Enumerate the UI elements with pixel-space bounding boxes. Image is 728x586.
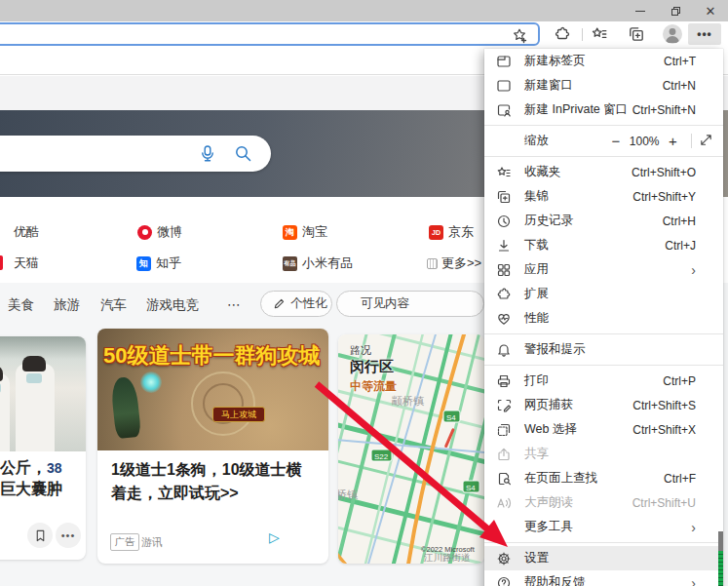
performance-icon <box>496 311 512 327</box>
quick-link-tmall[interactable]: 天猫 <box>14 254 39 272</box>
svg-text:S4: S4 <box>466 484 476 492</box>
medical-staff-photo <box>0 336 86 451</box>
news-card-medical[interactable]: 公斤，38 巨大囊肿 ••• <box>0 336 86 560</box>
quick-link-jd[interactable]: JD 京东 <box>429 223 474 241</box>
settings-and-more-button[interactable]: ••• <box>688 23 721 45</box>
collections-icon[interactable] <box>628 25 645 43</box>
menu-item-extensions[interactable]: 扩展 <box>484 282 723 306</box>
ellipsis-icon: ••• <box>61 529 76 541</box>
close-button[interactable]: ✕ <box>696 0 725 21</box>
menu-item-alerts-and-tips[interactable]: 警报和提示 <box>484 337 723 362</box>
personalize-label: 个性化 <box>290 295 327 312</box>
tab-gaming[interactable]: 游戏电竞 <box>146 296 199 314</box>
visible-content-button[interactable]: 可见内容 <box>336 291 484 317</box>
close-icon: ✕ <box>706 4 716 19</box>
search-icon[interactable] <box>234 144 252 163</box>
extensions-icon <box>496 287 512 302</box>
quick-link-label: 优酷 <box>14 223 39 241</box>
quick-link-youku[interactable]: 优酷 <box>14 223 39 241</box>
traffic-label: 路况 <box>350 343 371 358</box>
svg-text:江川路街道: 江川路街道 <box>423 552 471 563</box>
bell-icon <box>496 342 512 358</box>
quick-link-taobao[interactable]: 淘 淘宝 <box>283 223 327 241</box>
menu-item-performance[interactable]: 性能 <box>484 306 723 331</box>
submenu-chevron-icon: › <box>691 520 696 535</box>
menu-item-web-select[interactable]: Web 选择Ctrl+Shift+X <box>484 417 723 442</box>
ad-card-title: 1级道士1条狗，10级道士横着走，立即试玩>> <box>111 458 316 505</box>
menu-item-share: 共享 <box>484 442 723 466</box>
traffic-map-card[interactable]: 颛桥镇 桥镇 S4 S22 S4 ©2022 Microsoft 江川路街道 路… <box>338 334 484 564</box>
adchoices-icon[interactable]: ▷ <box>269 529 280 545</box>
tab-travel[interactable]: 旅游 <box>54 296 80 314</box>
bookmark-button[interactable] <box>27 523 53 548</box>
menu-item-new-inprivate-window[interactable]: 新建 InPrivate 窗口Ctrl+Shift+N <box>484 98 723 122</box>
apps-icon <box>496 262 512 278</box>
browser-toolbar: ••• <box>0 21 728 47</box>
search-box[interactable] <box>0 136 271 172</box>
restore-button[interactable] <box>661 0 690 21</box>
favorites-icon <box>496 165 512 180</box>
tab-food[interactable]: 美食 <box>8 296 34 314</box>
printer-icon <box>496 373 512 389</box>
personalize-button[interactable]: 个性化 <box>260 291 332 317</box>
new-tab-icon <box>496 54 512 69</box>
quick-link-weibo[interactable]: 微博 <box>137 223 182 241</box>
profile-avatar[interactable] <box>663 24 682 44</box>
menu-item-more-tools[interactable]: 更多工具› <box>484 515 723 539</box>
menu-item-zoom: 缩放 − 100% + <box>484 129 723 153</box>
ad-cta-badge[interactable]: 马上攻城 <box>212 407 265 422</box>
menu-item-print[interactable]: 打印Ctrl+P <box>484 369 723 393</box>
quick-link-label: 小米有品 <box>302 254 353 272</box>
quick-link-more[interactable]: 更多>> <box>427 254 481 272</box>
zoom-out-button[interactable]: − <box>606 133 625 149</box>
minimize-button[interactable] <box>626 0 655 21</box>
zoom-in-button[interactable]: + <box>664 133 682 149</box>
card-title: 公斤，38 巨大囊肿 <box>0 457 84 500</box>
svg-text:S4: S4 <box>446 413 456 422</box>
card-more-button[interactable]: ••• <box>56 523 81 548</box>
zhihu-icon: 知 <box>136 256 151 271</box>
extensions-icon[interactable] <box>554 25 571 43</box>
settings-and-more-menu: 新建标签页Ctrl+T 新建窗口Ctrl+N 新建 InPrivate 窗口Ct… <box>484 49 723 586</box>
menu-item-web-capture[interactable]: 网页捕获Ctrl+Shift+S <box>484 393 723 417</box>
menu-item-help-and-feedback[interactable]: 帮助和反馈› <box>484 570 723 586</box>
menu-scrollbar[interactable] <box>718 531 723 586</box>
ad-source: 游讯 <box>141 535 163 550</box>
xiaomi-youpin-icon: 有品 <box>283 256 297 271</box>
add-favorite-icon[interactable] <box>511 26 528 44</box>
menu-item-new-tab[interactable]: 新建标签页Ctrl+T <box>484 49 723 73</box>
microphone-icon[interactable] <box>199 144 216 163</box>
menu-separator <box>484 542 723 543</box>
ad-card-game[interactable]: 50级道士带一群狗攻城 马上攻城 1级道士1条狗，10级道士横着走，立即试玩>>… <box>97 329 328 564</box>
svg-text:S22: S22 <box>374 452 389 461</box>
toolbar-separator <box>582 28 583 41</box>
tab-cars[interactable]: 汽车 <box>100 296 127 314</box>
quick-link-xiaomi-youpin[interactable]: 有品 小米有品 <box>283 254 353 272</box>
find-icon <box>496 471 512 487</box>
menu-item-history[interactable]: 历史记录Ctrl+H <box>484 209 723 233</box>
favorites-bar-icon[interactable] <box>591 25 608 43</box>
menu-item-settings[interactable]: 设置 <box>484 546 723 570</box>
ellipsis-icon: ••• <box>697 27 712 41</box>
tabs-more-button[interactable]: ⋯ <box>227 296 241 312</box>
district-name: 闵行区 <box>350 358 394 376</box>
menu-item-favorites[interactable]: 收藏夹Ctrl+Shift+O <box>484 160 723 184</box>
menu-item-apps[interactable]: 应用› <box>484 257 723 282</box>
settings-gear-icon <box>496 551 512 566</box>
quick-link-zhihu[interactable]: 知 知乎 <box>136 254 181 272</box>
menu-item-find-on-page[interactable]: 在页面上查找Ctrl+F <box>484 466 723 490</box>
address-bar[interactable] <box>0 22 540 46</box>
title-bar: ✕ <box>0 0 728 21</box>
menu-item-downloads[interactable]: 下载Ctrl+J <box>484 233 723 257</box>
menu-separator <box>484 156 723 157</box>
share-icon <box>496 447 512 462</box>
menu-item-new-window[interactable]: 新建窗口Ctrl+N <box>484 73 723 98</box>
web-select-icon <box>496 422 512 438</box>
menu-item-read-aloud: 大声朗读Ctrl+Shift+U <box>484 490 723 515</box>
history-icon <box>496 214 512 229</box>
menu-item-collections[interactable]: 集锦Ctrl+Shift+Y <box>484 184 723 209</box>
submenu-chevron-icon: › <box>691 575 696 586</box>
fullscreen-button[interactable] <box>699 133 713 150</box>
bookmark-icon <box>34 529 47 542</box>
ad-label-tag: 广告 <box>110 533 139 551</box>
